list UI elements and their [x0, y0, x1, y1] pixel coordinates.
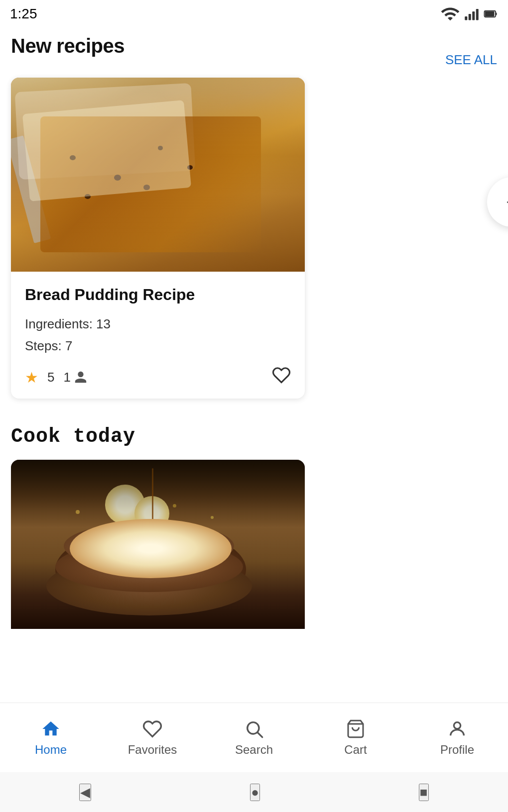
cook-today-image[interactable]: [11, 460, 305, 629]
svg-rect-5: [485, 11, 495, 16]
rating-value: 5: [47, 370, 54, 385]
nav-item-home[interactable]: Home: [0, 719, 102, 757]
android-recent-button[interactable]: ■: [419, 784, 429, 801]
steps-text: Steps: 7: [25, 335, 291, 357]
svg-point-9: [454, 722, 460, 728]
svg-line-7: [258, 732, 262, 737]
status-icons: [440, 4, 498, 24]
recipe-stats: ★ 5 1: [25, 369, 88, 386]
recipe-card-bread-pudding[interactable]: Bread Pudding Recipe Ingredients: 13 Ste…: [11, 78, 305, 399]
wifi-icon: [440, 4, 460, 24]
profile-icon: [447, 719, 467, 739]
recipe-card-wrapper: Bread Pudding Recipe Ingredients: 13 Ste…: [11, 78, 497, 418]
see-all-link[interactable]: SEE ALL: [445, 52, 497, 68]
signal-icon: [464, 6, 479, 21]
bottom-nav: Home Favorites Search Cart Profile: [0, 703, 508, 772]
recipe-meta: Ingredients: 13 Steps: 7: [25, 313, 291, 357]
home-icon: [41, 719, 61, 739]
battery-icon: [483, 6, 498, 21]
svg-rect-1: [469, 14, 471, 20]
cook-today-title: Cook today: [11, 425, 497, 448]
heart-icon: [272, 366, 291, 385]
star-icon: ★: [25, 369, 38, 386]
page-title: New recipes: [11, 35, 125, 57]
nav-item-search[interactable]: Search: [203, 719, 305, 757]
nav-item-favorites[interactable]: Favorites: [102, 719, 203, 757]
nav-label-profile: Profile: [440, 743, 474, 757]
cook-today-section: Cook today: [11, 425, 497, 629]
favorites-icon: [142, 719, 162, 739]
bread-pudding-visual: [11, 78, 305, 272]
favorite-button[interactable]: [272, 366, 291, 389]
nav-item-profile[interactable]: Profile: [406, 719, 508, 757]
nav-label-favorites: Favorites: [128, 743, 177, 757]
svg-rect-0: [465, 16, 467, 20]
main-content: New recipes SEE ALL: [0, 25, 508, 629]
search-icon: [244, 719, 264, 739]
add-recipe-button[interactable]: +: [487, 177, 508, 227]
recipe-title: Bread Pudding Recipe: [25, 286, 291, 304]
svg-rect-3: [476, 9, 479, 20]
user-number: 1: [63, 370, 70, 385]
nav-label-home: Home: [35, 743, 67, 757]
user-count: 1: [63, 370, 87, 385]
svg-rect-2: [472, 11, 475, 20]
nav-item-cart[interactable]: Cart: [305, 719, 406, 757]
recipe-card-footer: ★ 5 1: [25, 366, 291, 389]
android-back-button[interactable]: ◀: [79, 784, 91, 801]
recipe-card-info: Bread Pudding Recipe Ingredients: 13 Ste…: [11, 272, 305, 399]
nav-label-search: Search: [235, 743, 273, 757]
nav-label-cart: Cart: [344, 743, 367, 757]
person-icon: [74, 370, 88, 384]
cart-icon: [346, 719, 366, 739]
status-bar: 1:25: [0, 0, 508, 25]
status-time: 1:25: [10, 6, 37, 22]
android-home-button[interactable]: ●: [250, 784, 260, 801]
ingredients-text: Ingredients: 13: [25, 313, 291, 335]
recipe-card-image: [11, 78, 305, 272]
pancakes-visual: [11, 460, 305, 629]
android-nav-bar: ◀ ● ■: [0, 772, 508, 812]
